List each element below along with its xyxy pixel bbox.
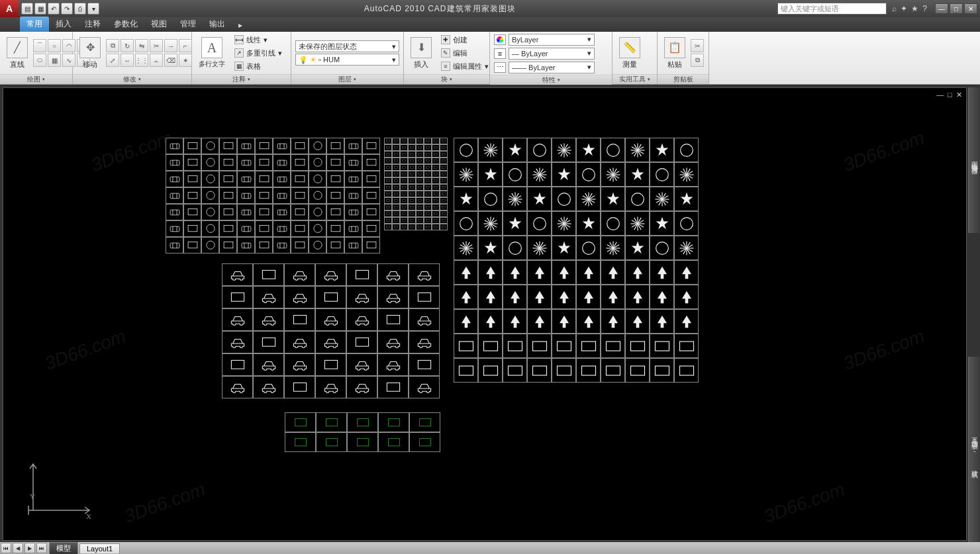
mirror-icon[interactable]: ⇋ — [135, 39, 148, 52]
line-button[interactable]: ╱ 直线 — [4, 36, 30, 71]
doc-close-button[interactable]: ✕ — [956, 91, 962, 99]
layout-next-icon[interactable]: ▶ — [24, 543, 35, 553]
block-edit-button[interactable]: ✎编辑 — [437, 47, 493, 59]
tab-view[interactable]: 视图 — [144, 17, 173, 32]
stretch-icon[interactable]: ↔ — [121, 54, 134, 67]
hatch-icon[interactable]: ▦ — [48, 54, 61, 67]
doc-max-button[interactable]: □ — [948, 91, 952, 99]
svg-rect-204 — [387, 193, 390, 195]
block-create-button[interactable]: ✚创建 — [437, 34, 493, 46]
block-cell — [377, 308, 409, 331]
panel-layer-title[interactable]: 图层▾ — [291, 74, 403, 84]
svg-rect-110 — [277, 226, 287, 232]
block-cell — [237, 171, 255, 187]
copy-icon[interactable]: ⧉ — [106, 39, 119, 52]
side-tab-sheetset[interactable]: 图纸集管理器 — [968, 87, 980, 233]
favorites-icon[interactable]: ★ — [911, 4, 918, 13]
layout-prev-icon[interactable]: ◀ — [13, 543, 23, 553]
tab-annotate[interactable]: 注释 — [78, 17, 107, 32]
doc-min-button[interactable]: — — [936, 91, 944, 99]
app-menu-button[interactable]: A — [0, 0, 19, 17]
tab-parametric[interactable]: 参数化 — [107, 17, 144, 32]
panel-draw-title[interactable]: 绘图▾ — [0, 74, 72, 84]
insert-button[interactable]: ⬇ 插入 — [408, 36, 434, 71]
svg-rect-169 — [426, 160, 430, 162]
move-button[interactable]: ✥ 移动 — [77, 36, 103, 71]
qat-new-icon[interactable]: ▤ — [21, 3, 33, 15]
tab-manage[interactable]: 管理 — [173, 17, 203, 32]
measure-button[interactable]: 📏 测量 — [616, 36, 643, 71]
help-search-input[interactable]: 键入关键字或短语 — [777, 3, 887, 15]
svg-rect-139 — [367, 242, 376, 248]
qat-dropdown-icon[interactable]: ▾ — [87, 3, 99, 15]
copy-clip-icon[interactable]: ⧉ — [691, 54, 704, 67]
layout-tab-model[interactable]: 模型 — [49, 542, 78, 554]
maximize-button[interactable]: □ — [950, 3, 963, 14]
panel-modify-title[interactable]: 修改▾ — [73, 74, 191, 84]
panel-clip-title[interactable]: 剪贴板 — [658, 74, 709, 84]
color-combo[interactable]: ByLayer▾ — [509, 34, 595, 46]
tab-insert[interactable]: 插入 — [49, 17, 78, 32]
circle-icon[interactable]: ○ — [48, 39, 61, 52]
minimize-button[interactable]: — — [935, 3, 948, 14]
layout-first-icon[interactable]: ⏮ — [1, 543, 11, 553]
panel-util-title[interactable]: 实用工具▾ — [612, 74, 657, 84]
block-cell — [409, 308, 440, 331]
layout-tab-layout1[interactable]: Layout1 — [79, 543, 120, 553]
paste-button[interactable]: 📋 粘贴 — [662, 36, 688, 71]
svg-rect-90 — [277, 210, 287, 215]
subscription-icon[interactable]: ✦ — [901, 4, 907, 13]
svg-rect-36 — [349, 160, 358, 165]
panel-props-title[interactable]: 特性▾ — [490, 75, 612, 85]
trim-icon[interactable]: ✂ — [150, 39, 163, 52]
panel-annotate-title[interactable]: 注释▾ — [192, 74, 291, 84]
color-swatch[interactable] — [494, 34, 506, 45]
panel-block-title[interactable]: 块▾ — [404, 74, 489, 84]
scale-icon[interactable]: ⤢ — [106, 54, 119, 67]
mtext-button[interactable]: A 多行文字 — [196, 36, 228, 70]
linetype-icon[interactable]: ⋯ — [494, 62, 506, 73]
table-button[interactable]: ▦表格 — [230, 60, 286, 72]
fillet-icon[interactable]: ⌐ — [179, 39, 192, 52]
rotate-icon[interactable]: ↻ — [121, 39, 134, 52]
close-button[interactable]: ✕ — [964, 3, 977, 14]
svg-rect-105 — [224, 226, 233, 232]
polyline-icon[interactable]: ⌒ — [33, 39, 46, 52]
tab-more-icon[interactable]: ▸ — [232, 19, 249, 32]
block-grid-reference — [384, 138, 448, 230]
qat-undo-icon[interactable]: ↶ — [48, 3, 60, 15]
block-cell — [315, 353, 346, 376]
tab-output[interactable]: 输出 — [203, 17, 232, 32]
ellipse-icon[interactable]: ⬭ — [33, 54, 46, 67]
layer-state-combo[interactable]: 未保存的图层状态▾ — [295, 40, 399, 52]
side-tab-toolpalette[interactable]: 工具选项板 - 建筑 — [968, 357, 980, 542]
qat-open-icon[interactable]: ▦ — [34, 3, 46, 15]
dimension-button[interactable]: ⟷线性 ▾ — [230, 34, 286, 46]
drawing-canvas[interactable]: — □ ✕ 3D66.com 3D66.com 3D66.com 3D66.co… — [3, 87, 967, 541]
block-cell — [291, 154, 309, 171]
erase-icon[interactable]: ⌫ — [164, 54, 177, 67]
cut-icon[interactable]: ✂ — [691, 39, 704, 52]
block-cell — [674, 162, 699, 187]
layout-last-icon[interactable]: ⏭ — [36, 543, 47, 553]
lineweight-combo[interactable]: — ByLayer▾ — [509, 48, 595, 60]
extend-icon[interactable]: → — [164, 39, 177, 52]
qat-print-icon[interactable]: ⎙ — [74, 3, 86, 15]
block-attr-button[interactable]: ≡编辑属性 ▾ — [437, 60, 493, 72]
svg-rect-198 — [403, 186, 406, 188]
lineweight-icon[interactable]: ≡ — [494, 48, 506, 59]
offset-icon[interactable]: ⫠ — [150, 54, 163, 67]
tab-home[interactable]: 常用 — [20, 17, 49, 32]
block-cell — [253, 376, 284, 398]
layer-combo[interactable]: 💡 ☀ ▫ HUM▾ — [295, 54, 399, 66]
linetype-combo[interactable]: —— ByLayer▾ — [509, 62, 595, 73]
svg-rect-186 — [434, 173, 438, 175]
array-icon[interactable]: ⋮⋮ — [135, 54, 148, 67]
help-icon[interactable]: ? — [922, 4, 927, 13]
mleader-button[interactable]: ↗多重引线 ▾ — [230, 47, 286, 59]
panel-draw: ╱ 直线 ⌒ ○ ◠ ▭ ⬭ ▦ ∿ · 绘图▾ — [0, 32, 73, 84]
search-go-icon[interactable]: ⌕ — [892, 4, 897, 13]
explode-icon[interactable]: ✶ — [179, 54, 192, 67]
qat-redo-icon[interactable]: ↷ — [61, 3, 73, 15]
block-cell — [503, 187, 527, 211]
